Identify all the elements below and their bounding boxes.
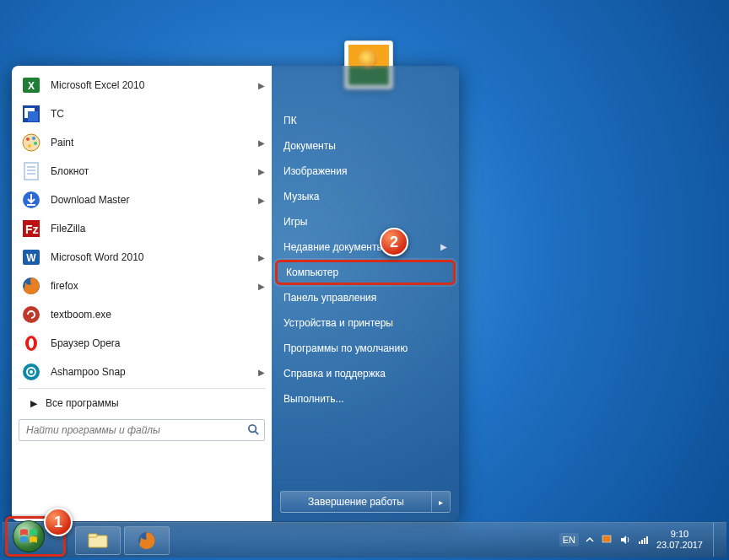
firefox-icon	[20, 275, 42, 297]
system-item[interactable]: Музыка	[275, 184, 456, 209]
tray-clock[interactable]: 9:10 23.07.2017	[656, 529, 703, 551]
system-item[interactable]: Выполнить...	[275, 386, 456, 412]
program-label: Paint	[51, 137, 73, 148]
svg-point-24	[29, 338, 34, 348]
svg-point-6	[26, 137, 30, 141]
program-item[interactable]: Браузер Opera	[14, 329, 270, 358]
flyout-arrow-icon: ▶	[258, 138, 265, 148]
taskbar-button-firefox[interactable]	[124, 526, 170, 555]
program-label: Download Master	[51, 194, 129, 206]
search-input[interactable]	[19, 419, 265, 441]
program-label: TC	[51, 108, 64, 120]
notepad-icon	[20, 160, 42, 182]
svg-point-28	[249, 425, 256, 432]
program-label: firefox	[51, 280, 78, 292]
flag-icon[interactable]	[601, 534, 613, 546]
system-item[interactable]: Справка и поддержка	[275, 361, 456, 386]
shutdown-split-button: Завершение работы ▸	[280, 491, 451, 513]
system-item[interactable]: Недавние документы▶	[275, 234, 456, 260]
program-item[interactable]: TC	[14, 100, 270, 128]
tray-time: 9:10	[656, 529, 703, 540]
start-menu-left-panel: XMicrosoft Excel 2010▶TCPaint▶Блокнот▶Do…	[12, 66, 272, 521]
svg-text:Fz: Fz	[25, 223, 39, 236]
system-item-label: Документы	[284, 133, 336, 159]
system-item[interactable]: Игры	[275, 209, 456, 234]
system-item-label: Выполнить...	[284, 386, 344, 412]
textboom-icon	[20, 304, 42, 326]
program-label: FileZilla	[51, 223, 85, 234]
system-item[interactable]: Компьютер	[275, 260, 456, 285]
system-item[interactable]: ПК	[275, 108, 456, 133]
svg-point-7	[32, 137, 35, 140]
tc-icon	[20, 103, 42, 125]
svg-rect-4	[28, 111, 38, 121]
system-item-label: Панель управления	[284, 285, 376, 310]
flyout-arrow-icon: ▶	[258, 253, 265, 262]
svg-point-9	[28, 144, 31, 148]
system-item-label: Справка и поддержка	[284, 361, 386, 386]
flyout-arrow-icon: ▶	[258, 196, 265, 205]
search-icon[interactable]	[247, 423, 260, 439]
program-item[interactable]: textboom.exe	[14, 300, 270, 329]
explorer-icon	[87, 531, 109, 550]
tray-expand-icon[interactable]	[586, 536, 594, 544]
annotation-marker-1: 1	[44, 508, 73, 536]
all-programs-label: Все программы	[46, 397, 119, 409]
program-item[interactable]: Paint▶	[14, 128, 270, 157]
svg-rect-37	[646, 536, 648, 544]
svg-text:W: W	[26, 252, 36, 264]
firefox-icon	[137, 530, 157, 551]
program-label: Браузер Opera	[51, 337, 121, 349]
word-icon: W	[20, 246, 42, 268]
taskbar: EN 9:10 23.07.2017	[3, 522, 726, 557]
system-item[interactable]: Устройства и принтеры	[275, 310, 456, 336]
system-item-label: Игры	[284, 209, 307, 234]
show-desktop-button[interactable]	[713, 523, 721, 557]
svg-rect-35	[641, 540, 643, 544]
filezilla-icon: Fz	[20, 218, 42, 240]
svg-line-29	[255, 431, 258, 434]
all-programs-link[interactable]: ▶ Все программы	[14, 390, 270, 416]
language-indicator[interactable]: EN	[559, 533, 579, 547]
svg-point-21	[23, 306, 40, 323]
start-menu: XMicrosoft Excel 2010▶TCPaint▶Блокнот▶Do…	[12, 66, 459, 521]
taskbar-button-explorer[interactable]	[75, 526, 121, 555]
shutdown-options-button[interactable]: ▸	[432, 491, 451, 513]
program-item[interactable]: XMicrosoft Excel 2010▶	[14, 71, 270, 100]
volume-icon[interactable]	[619, 534, 631, 546]
program-item[interactable]: WMicrosoft Word 2010▶	[14, 243, 270, 272]
shutdown-button[interactable]: Завершение работы	[280, 491, 432, 513]
system-item-label: Музыка	[284, 184, 319, 209]
flyout-arrow-icon: ▶	[258, 282, 265, 291]
start-button[interactable]	[13, 520, 45, 552]
system-item-label: Компьютер	[286, 260, 338, 285]
svg-point-5	[23, 134, 40, 151]
program-label: Microsoft Excel 2010	[51, 79, 144, 91]
annotation-marker-2: 2	[380, 228, 408, 256]
search-wrapper	[19, 419, 265, 441]
network-icon[interactable]	[638, 534, 650, 546]
system-item[interactable]: Программы по умолчанию	[275, 336, 456, 361]
tray-date: 23.07.2017	[656, 540, 703, 551]
triangle-right-icon: ▶	[30, 398, 37, 409]
system-item[interactable]: Изображения	[275, 159, 456, 184]
program-label: Microsoft Word 2010	[51, 251, 144, 263]
svg-rect-34	[639, 541, 640, 544]
program-item[interactable]: Ashampoo Snap▶	[14, 358, 270, 386]
program-item[interactable]: firefox▶	[14, 272, 270, 300]
divider	[19, 388, 265, 389]
svg-point-8	[34, 142, 37, 145]
system-item-label: Недавние документы	[284, 234, 384, 260]
program-item[interactable]: FzFileZilla	[14, 214, 270, 243]
system-tray: EN 9:10 23.07.2017	[559, 522, 721, 557]
flyout-arrow-icon: ▶	[258, 368, 265, 377]
windows-logo-icon	[19, 527, 38, 546]
opera-icon	[20, 332, 42, 354]
system-item[interactable]: Документы	[275, 133, 456, 159]
svg-rect-36	[644, 538, 645, 544]
svg-rect-10	[24, 163, 38, 180]
system-item[interactable]: Панель управления	[275, 285, 456, 310]
program-label: Блокнот	[51, 165, 89, 177]
program-item[interactable]: Блокнот▶	[14, 157, 270, 186]
program-item[interactable]: Download Master▶	[14, 186, 270, 214]
